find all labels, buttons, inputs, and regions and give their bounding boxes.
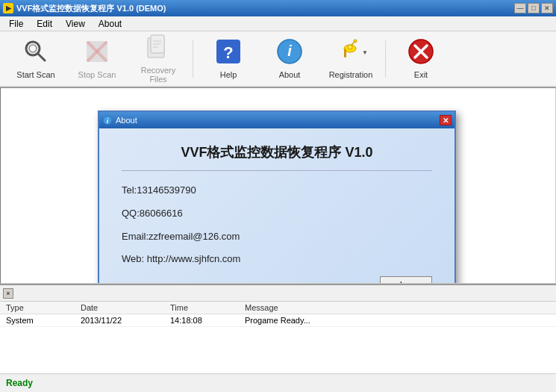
log-type: System <box>0 314 75 327</box>
dialog-qq: QQ:86066616 <box>122 206 432 222</box>
log-panel: × Type Date Time Message System 2013/11/… <box>0 284 556 373</box>
start-scan-label: Start Scan <box>16 70 54 79</box>
log-table: Type Date Time Message System 2013/11/22… <box>0 302 556 327</box>
dialog-body: VVF格式监控数据恢复程序 V1.0 Tel:13146539790 QQ:86… <box>99 128 455 284</box>
log-close-button[interactable]: × <box>3 288 13 299</box>
dialog-tel: Tel:13146539790 <box>122 183 432 199</box>
title-bar-buttons: — □ ✕ <box>514 3 553 13</box>
recovery-files-button[interactable]: Recovery Files <box>128 34 188 83</box>
log-date: 2013/11/22 <box>75 314 164 327</box>
about-button[interactable]: i About <box>260 34 319 83</box>
svg-line-2 <box>38 54 45 60</box>
menu-edit[interactable]: Edit <box>31 17 58 31</box>
maximize-button[interactable]: □ <box>528 3 540 13</box>
help-button[interactable]: ? Help <box>199 34 258 83</box>
log-col-type: Type <box>0 302 75 314</box>
log-table-body: System 2013/11/22 14:18:08 Progame Ready… <box>0 314 556 327</box>
about-label: About <box>279 70 301 79</box>
log-close-symbol: × <box>6 290 10 297</box>
dialog-title-text: About <box>116 116 137 125</box>
menu-about[interactable]: About <box>93 17 128 31</box>
exit-button[interactable]: Exit <box>391 34 451 83</box>
status-text: Ready <box>6 378 33 388</box>
svg-rect-16 <box>344 49 346 57</box>
dialog-app-title: VVF格式监控数据恢复程序 V1.0 <box>122 143 432 171</box>
log-col-message: Message <box>239 302 556 314</box>
log-table-header: Type Date Time Message <box>0 302 556 314</box>
log-header[interactable]: × <box>0 285 556 302</box>
status-bar: Ready <box>0 373 556 392</box>
title-bar-left: ▶ VVF格式监控数据恢复程序 V1.0 (DEMO) <box>3 3 166 14</box>
dialog-close-x-button[interactable]: ✕ <box>440 115 452 125</box>
about-icon: i <box>276 38 303 67</box>
table-row: System 2013/11/22 14:18:08 Progame Ready… <box>0 314 556 327</box>
dialog-close-button[interactable]: close <box>380 276 432 284</box>
svg-point-1 <box>29 45 37 52</box>
dialog-title-left: i About <box>102 115 137 125</box>
minimize-button[interactable]: — <box>514 3 526 13</box>
exit-label: Exit <box>414 70 428 79</box>
stop-scan-label: Stop Scan <box>78 70 116 79</box>
window-close-button[interactable]: ✕ <box>541 3 553 13</box>
recovery-icon <box>145 34 172 63</box>
registration-button[interactable]: ▼ Registration <box>321 34 381 83</box>
menu-view[interactable]: View <box>60 17 91 31</box>
stop-icon <box>84 38 110 67</box>
log-col-date: Date <box>75 302 164 314</box>
main-grid[interactable]: i About ✕ VVF格式监控数据恢复程序 V1.0 Tel:1314653… <box>0 87 556 284</box>
toolbar-separator-1 <box>193 40 194 78</box>
registration-label: Registration <box>329 70 373 79</box>
registration-dropdown-arrow: ▼ <box>362 49 368 56</box>
registration-icon <box>334 38 360 67</box>
content-area: i About ✕ VVF格式监控数据恢复程序 V1.0 Tel:1314653… <box>0 87 556 392</box>
help-label: Help <box>220 70 237 79</box>
log-col-time: Time <box>164 302 239 314</box>
dialog-close-row: close <box>122 276 432 284</box>
log-time: 14:18:08 <box>164 314 239 327</box>
scan-icon <box>22 38 49 67</box>
dialog-web: Web: http://www.sjhfcn.com <box>122 252 432 267</box>
help-icon: ? <box>215 38 242 67</box>
svg-point-19 <box>354 40 357 43</box>
dialog-title-icon: i <box>102 115 113 125</box>
app-icon: ▶ <box>3 3 13 13</box>
dialog-email: Email:zzfreemail@126.com <box>122 229 432 245</box>
recovery-files-label: Recovery Files <box>132 66 184 84</box>
stop-scan-button[interactable]: Stop Scan <box>67 34 127 83</box>
dialog-overlay: i About ✕ VVF格式监控数据恢复程序 V1.0 Tel:1314653… <box>1 88 555 283</box>
svg-text:i: i <box>287 43 292 59</box>
exit-icon <box>407 38 434 67</box>
dialog-title-bar: i About ✕ <box>99 112 455 128</box>
start-scan-button[interactable]: Start Scan <box>6 34 66 83</box>
svg-point-17 <box>348 45 352 49</box>
toolbar: Start Scan Stop Scan Recovery Files <box>0 31 556 87</box>
toolbar-separator-2 <box>385 40 387 78</box>
menu-bar: File Edit View About <box>0 16 556 31</box>
log-message: Progame Ready... <box>239 314 556 327</box>
window-title: VVF格式监控数据恢复程序 V1.0 (DEMO) <box>16 3 166 14</box>
menu-file[interactable]: File <box>3 17 29 31</box>
title-bar: ▶ VVF格式监控数据恢复程序 V1.0 (DEMO) — □ ✕ <box>0 0 556 16</box>
svg-text:?: ? <box>223 43 233 62</box>
about-dialog: i About ✕ VVF格式监控数据恢复程序 V1.0 Tel:1314653… <box>98 111 456 284</box>
